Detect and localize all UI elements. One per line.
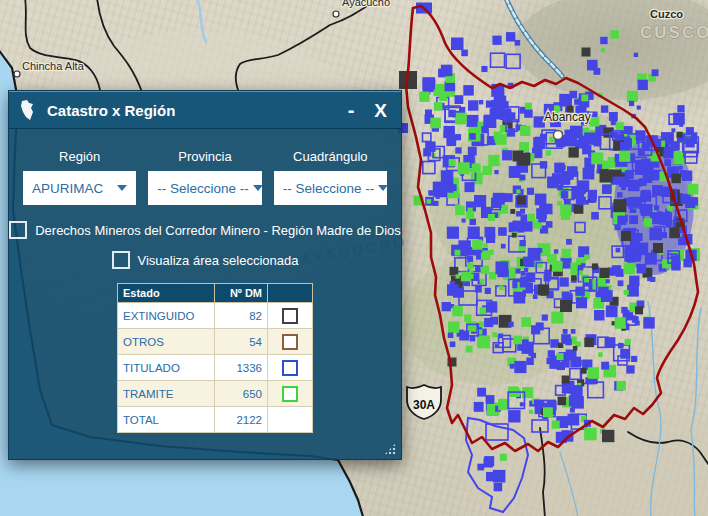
concession-square: [688, 184, 699, 195]
concession-square: [466, 321, 476, 331]
concession-square: [455, 250, 461, 256]
dm-table-header-row: Estado Nº DM: [118, 284, 313, 303]
cuadrangulo-select[interactable]: -- Seleccione --: [274, 171, 387, 205]
concession-square: [525, 103, 532, 110]
concession-square: [591, 212, 599, 220]
concession-square: [491, 53, 505, 67]
concession-square: [496, 108, 502, 114]
concession-square: [591, 152, 603, 164]
close-button[interactable]: X: [374, 101, 387, 120]
dm-table-body: EXTINGUIDO82OTROS54TITULADO1336TRAMITE65…: [118, 303, 313, 433]
concession-square: [522, 221, 532, 231]
concession-square: [520, 402, 524, 406]
concession-square: [508, 410, 520, 422]
concession-square: [492, 36, 501, 45]
concession-square: [510, 364, 515, 369]
concession-square: [601, 48, 605, 52]
status-checkbox[interactable]: [282, 334, 298, 350]
status-checkbox[interactable]: [282, 360, 298, 376]
concession-square: [570, 369, 581, 380]
concession-square: [560, 174, 570, 184]
concession-square: [562, 249, 571, 258]
concession-square: [485, 288, 491, 294]
ndm-header: Nº DM: [215, 284, 268, 303]
concession-square: [425, 142, 435, 152]
concession-square: [488, 214, 495, 221]
panel-titlebar[interactable]: Catastro x Región - X: [9, 91, 401, 129]
filters-row: Región APURIMAC Provincia -- Seleccione …: [9, 129, 401, 205]
chevron-down-icon: [378, 185, 388, 191]
concession-square: [513, 151, 524, 162]
concession-square: [512, 233, 517, 238]
region-select[interactable]: APURIMAC: [23, 171, 136, 205]
checkbox-cell: [268, 303, 313, 329]
concession-square: [520, 240, 526, 246]
concession-square: [588, 367, 600, 379]
concession-square: [467, 115, 479, 127]
concession-square: [500, 454, 507, 461]
minimize-button[interactable]: -: [348, 100, 355, 120]
concession-square: [448, 321, 460, 333]
abancay-label: Abancay: [544, 110, 591, 124]
visualiza-checkbox[interactable]: [112, 251, 130, 269]
concession-square: [637, 255, 642, 260]
concession-square: [469, 274, 474, 279]
provincia-select[interactable]: -- Seleccione --: [148, 171, 261, 205]
concession-square: [477, 335, 490, 348]
concession-square: [458, 162, 470, 174]
concession-square: [481, 66, 487, 72]
region-select-value: APURIMAC: [32, 181, 103, 196]
concession-square: [629, 101, 634, 106]
concession-square: [625, 170, 634, 179]
concession-square: [584, 255, 590, 261]
concession-square: [601, 105, 608, 112]
concession-square: [448, 110, 456, 118]
concession-square: [685, 198, 695, 208]
concession-square: [664, 159, 671, 166]
ndm-cell: 2122: [215, 407, 268, 433]
concession-square: [455, 113, 467, 125]
table-row: EXTINGUIDO82: [118, 303, 313, 329]
status-checkbox[interactable]: [282, 308, 298, 324]
concession-square: [588, 190, 597, 199]
concession-square: [531, 353, 536, 358]
concession-square: [504, 193, 513, 202]
corredor-checkbox[interactable]: [9, 221, 27, 239]
table-row: TITULADO1336: [118, 355, 313, 381]
concession-square: [481, 250, 491, 260]
concession-square: [584, 200, 589, 205]
cuadrangulo-select-value: -- Seleccione --: [283, 181, 375, 196]
concession-square: [468, 100, 478, 110]
concession-square: [510, 209, 515, 214]
concession-square: [584, 428, 597, 441]
concession-square: [506, 32, 515, 41]
concession-square: [526, 358, 534, 366]
concession-square: [536, 322, 544, 330]
estado-cell: OTROS: [118, 329, 215, 355]
geocatmin-app: 30A Chincha Alta Ayacucho Cuzco CUSCO Ab…: [0, 0, 708, 516]
concession-square: [441, 170, 454, 183]
concession-square: [434, 102, 443, 111]
concession-square: [423, 133, 431, 141]
concession-square: [630, 248, 635, 253]
concession-square: [453, 306, 463, 316]
table-total-row: TOTAL2122: [118, 407, 313, 433]
concession-square: [468, 227, 480, 239]
concession-square: [488, 155, 499, 166]
concession-square: [527, 188, 534, 195]
concession-square: [576, 297, 587, 308]
concession-square: [514, 361, 526, 373]
resize-handle[interactable]: [384, 443, 396, 455]
concession-square: [515, 40, 521, 46]
status-checkbox[interactable]: [282, 386, 298, 402]
concession-square: [673, 113, 685, 125]
visualiza-checkbox-label: Visualiza área seleccionada: [138, 253, 299, 268]
estado-cell: TOTAL: [118, 407, 215, 433]
concession-square: [581, 275, 589, 283]
route-shield-label: 30A: [413, 398, 435, 412]
concession-square: [609, 112, 618, 121]
concession-square: [610, 30, 619, 39]
concession-square: [525, 258, 534, 267]
concession-square: [584, 338, 594, 348]
concession-square: [477, 388, 486, 397]
